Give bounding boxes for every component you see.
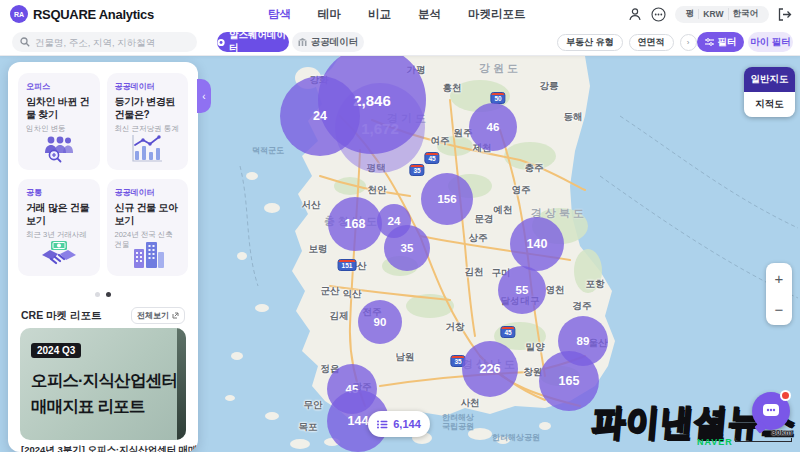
search-icon [20,37,30,47]
cluster-marker-55[interactable]: 55 [498,266,546,314]
card-tag: 오피스 [26,81,92,92]
cluster-marker-35[interactable]: 35 [384,225,430,271]
filter-pill-부동산 유형[interactable]: 부동산 유형 [557,34,623,51]
brand-title[interactable]: RSQUARE Analytics [33,7,154,22]
cluster-marker-46[interactable]: 46 [469,103,517,151]
map-label-경주: 경주 [573,300,592,313]
report-list-item[interactable]: [2024년 3분기] 오피스·지식산업센터 매매지표 리포 [21,444,198,452]
report-quarter-badge: 2024 Q3 [31,343,81,358]
more-menu-icon[interactable] [651,7,666,22]
feature-card-0[interactable]: 오피스임차인 바뀐 건물 찾기임차인 변동 [18,73,100,170]
road-shield-151: 151 [338,259,357,271]
feature-card-3[interactable]: 공공데이터신규 건물 모아보기2024년 전국 신축 건물 [107,179,189,276]
search-filter-toolbar: 알스퀘어데이터 공공데이터 부동산 유형연면적› 필터 마이 필터 [0,28,800,56]
map-type-일반지도[interactable]: 일반지도 [744,67,795,92]
feature-card-2[interactable]: 공통거래 많은 건물 보기최근 3년 거래사례 [18,179,100,276]
map-label-영주: 영주 [512,184,531,197]
map-label-남원: 남원 [396,351,415,364]
map-label-한려해상공원: 한려해상공원 [492,432,540,443]
buildings-icon [107,239,189,269]
map-type-지적도[interactable]: 지적도 [744,92,795,117]
search-input[interactable] [35,37,185,48]
naver-attribution: NAVER [697,437,733,447]
cluster-marker-24[interactable]: 24 [280,76,360,156]
more-filters-chevron[interactable]: › [680,34,697,51]
feature-card-1[interactable]: 공공데이터등기가 변경된 건물은?최신 근저당권 통계 [107,73,189,170]
map-label-홍천: 홍천 [443,82,462,95]
nav-item-비교[interactable]: 비교 [368,7,391,22]
map-type-toggle[interactable]: 일반지도지적도 [744,67,795,117]
logout-icon[interactable] [778,8,792,21]
nav-item-마켓리포트[interactable]: 마켓리포트 [468,7,526,22]
map-label-목포: 목포 [299,421,318,434]
my-filter-button[interactable]: 마이 필터 [748,32,793,52]
road-shield-45: 45 [500,326,515,338]
chat-widget-button[interactable] [752,392,790,430]
zoom-in-button[interactable]: + [766,263,792,294]
road-shield-35: 35 [409,164,424,176]
my-filter-label: 마이 필터 [750,36,791,49]
panel-collapse-button[interactable]: ‹ [197,79,211,113]
unit-segment-한국어[interactable]: 한국어 [728,8,763,20]
rsquare-logo[interactable]: RA [10,5,28,23]
public-data-toggle[interactable]: 공공데이터 [292,32,364,52]
map-label-무안: 무안 [304,399,323,412]
card-title: 신규 건물 모아보기 [115,201,181,227]
rsquare-data-toggle[interactable]: 알스퀘어데이터 [217,32,289,52]
report-section-title: CRE 마켓 리포트 [21,309,102,323]
nav-item-탐색[interactable]: 탐색 [268,7,291,22]
report-banner-title-2: 매매지표 리포트 [31,396,145,418]
report-banner-title-1: 오피스·지식산업센터 [31,370,177,392]
view-all-button[interactable]: 전체보기 [131,307,185,324]
map-label-여주: 여주 [431,135,450,148]
list-icon [377,420,388,429]
search-box[interactable] [12,32,197,52]
card-pagination-dots[interactable] [8,292,198,297]
pagination-dot-0[interactable] [95,292,100,297]
main-nav: 탐색테마비교분석마켓리포트 [268,0,526,28]
result-count: 6,144 [393,418,421,430]
cluster-marker-90[interactable]: 90 [358,300,402,344]
unit-segment-평[interactable]: 평 [682,8,699,20]
map-zoom-control[interactable]: + − [766,263,792,325]
feature-cards: 오피스임차인 바뀐 건물 찾기임차인 변동공공데이터등기가 변경된 건물은?최신… [18,73,188,276]
map-label-김제: 김제 [330,310,349,323]
unit-currency-language-pill[interactable]: 평KRW한국어 [675,6,769,23]
cluster-marker-165[interactable]: 165 [539,351,599,411]
profile-icon[interactable] [628,7,642,21]
map-label-보령: 보령 [309,243,328,256]
public-data-icon [298,38,307,47]
cluster-marker-140[interactable]: 140 [510,217,564,271]
cluster-marker-226[interactable]: 226 [462,341,518,397]
card-tag: 공공데이터 [115,187,181,198]
filter-sliders-icon [705,38,714,46]
map-label-강릉: 강릉 [540,80,559,93]
unit-segment-KRW[interactable]: KRW [698,9,727,19]
cluster-marker-156[interactable]: 156 [421,173,473,225]
zoom-out-button[interactable]: − [766,294,792,325]
nav-item-테마[interactable]: 테마 [318,7,341,22]
cluster-marker-168[interactable]: 168 [328,197,382,251]
filter-button[interactable]: 필터 [697,32,744,52]
nav-item-분석[interactable]: 분석 [418,7,441,22]
map-label-상주: 상주 [469,232,488,245]
map-label-충주: 충주 [525,162,544,175]
filter-pill-연면적[interactable]: 연면적 [629,34,674,51]
map-label-동해: 동해 [564,111,583,124]
result-list-button[interactable]: 6,144 [368,411,430,437]
card-title: 임차인 바뀐 건물 찾기 [26,95,92,121]
map-label-사천: 사천 [461,397,480,410]
pagination-dot-1[interactable] [106,292,111,297]
map-label-문경: 문경 [475,213,494,226]
filter-button-label: 필터 [718,36,737,49]
chart-trend-icon [107,133,189,163]
card-tag: 공공데이터 [115,81,181,92]
map-label-서산: 서산 [302,199,321,212]
card-tag: 공통 [26,187,92,198]
report-banner[interactable]: 2024 Q3 오피스·지식산업센터 매매지표 리포트 [20,328,186,440]
handshake-icon [18,239,100,269]
card-title: 거래 많은 건물 보기 [26,201,92,227]
map-label-국립공원: 국립공원 [442,421,474,432]
quick-filter-pills: 부동산 유형연면적› [557,34,704,51]
external-link-icon [172,312,179,319]
